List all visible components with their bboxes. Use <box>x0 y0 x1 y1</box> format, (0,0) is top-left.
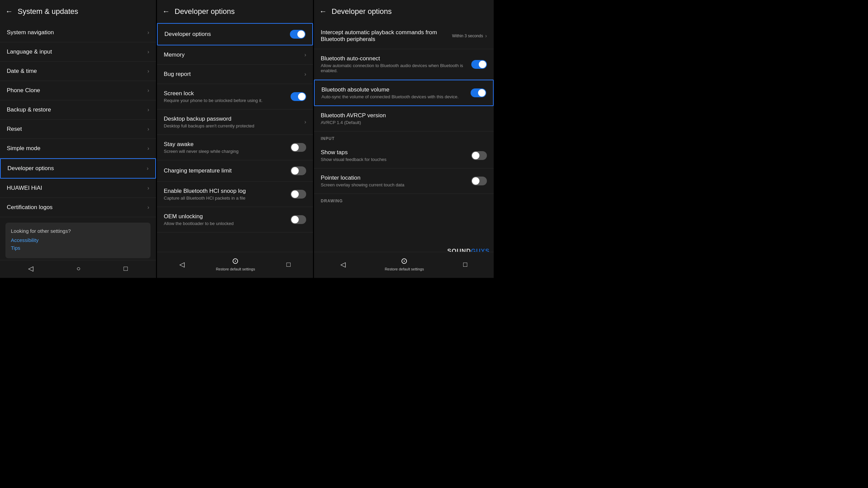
screen-lock-toggle[interactable] <box>291 92 306 101</box>
item-sublabel: Require your phone to be unlocked before… <box>164 98 291 103</box>
middle-item-memory[interactable]: Memory › <box>157 45 313 65</box>
left-title: System & updates <box>18 7 78 16</box>
chevron-icon: › <box>147 29 149 36</box>
right-bottom-nav: ◁ ⊙ Restore default settings □ <box>314 252 494 278</box>
developer-options-toggle[interactable] <box>290 30 305 39</box>
back-nav-button[interactable]: ◁ <box>28 264 33 272</box>
middle-item-desktop-backup[interactable]: Desktop backup password Desktop full bac… <box>157 109 313 135</box>
right-back-button[interactable]: ← <box>319 7 327 16</box>
item-label: Backup & restore <box>7 106 147 113</box>
back-nav-button[interactable]: ◁ <box>340 260 346 268</box>
chevron-icon: › <box>147 68 149 74</box>
tips-link[interactable]: Tips <box>11 245 145 251</box>
item-sublabel: Allow the bootloader to be unlocked <box>164 221 291 226</box>
item-sublabel: Screen overlay showing current touch dat… <box>321 182 471 187</box>
sidebar-item-huawei-hiai[interactable]: HUAWEI HiAI › <box>0 179 156 198</box>
item-label: OEM unlocking <box>164 213 291 220</box>
restore-label: Restore default settings <box>216 267 255 271</box>
item-label: Charging temperature limit <box>164 167 291 174</box>
right-header: ← Developer options <box>314 0 494 23</box>
back-nav-button[interactable]: ◁ <box>179 260 184 268</box>
middle-back-button[interactable]: ← <box>162 7 170 16</box>
item-label: Language & input <box>7 48 147 55</box>
item-label: Bluetooth AVRCP version <box>321 112 487 119</box>
pointer-location-toggle[interactable] <box>471 177 487 185</box>
show-taps-toggle[interactable] <box>471 151 487 160</box>
item-label: Desktop backup password <box>164 116 304 122</box>
item-label: Intercept automatic playback commands fr… <box>321 29 452 43</box>
item-label: Memory <box>164 52 304 58</box>
right-item-bt-absolute-volume[interactable]: Bluetooth absolute volume Auto-sync the … <box>314 80 494 106</box>
restore-default-button[interactable]: ⊙ Restore default settings <box>385 256 424 272</box>
item-label: Enable Bluetooth HCI snoop log <box>164 188 291 195</box>
middle-item-bt-hci[interactable]: Enable Bluetooth HCI snoop log Capture a… <box>157 182 313 207</box>
right-item-show-taps[interactable]: Show taps Show visual feedback for touch… <box>314 143 494 168</box>
restore-icon: ⊙ <box>232 256 239 266</box>
sidebar-item-backup-restore[interactable]: Backup & restore › <box>0 100 156 120</box>
middle-item-stay-awake[interactable]: Stay awake Screen will never sleep while… <box>157 135 313 160</box>
right-item-bt-avrcp[interactable]: Bluetooth AVRCP version AVRCP 1.4 (Defau… <box>314 106 494 131</box>
sidebar-item-phone-clone[interactable]: Phone Clone › <box>0 81 156 100</box>
chevron-icon: › <box>147 185 149 191</box>
stay-awake-toggle[interactable] <box>291 143 306 152</box>
sidebar-item-reset[interactable]: Reset › <box>0 120 156 139</box>
chevron-icon: › <box>304 52 306 58</box>
sidebar-item-certification-logos[interactable]: Certification logos › <box>0 198 156 217</box>
developer-options-toggle-row[interactable]: Developer options <box>157 23 313 45</box>
right-items-list: Intercept automatic playback commands fr… <box>314 23 494 278</box>
left-bottom-nav: ◁ ○ □ <box>0 260 156 278</box>
item-sublabel: Capture all Bluetooth HCI packets in a f… <box>164 196 291 201</box>
dev-options-toggle-label: Developer options <box>164 31 290 38</box>
accessibility-link[interactable]: Accessibility <box>11 237 145 243</box>
item-sublabel: Show visual feedback for touches <box>321 157 471 162</box>
chevron-icon: › <box>147 165 149 171</box>
restore-default-button[interactable]: ⊙ Restore default settings <box>216 256 255 272</box>
looking-box-title: Looking for other settings? <box>11 228 145 234</box>
right-item-bt-auto-connect[interactable]: Bluetooth auto-connect Allow automatic c… <box>314 49 494 80</box>
item-label: Simple mode <box>7 145 147 152</box>
item-label: Bluetooth absolute volume <box>321 86 471 93</box>
item-label: Reset <box>7 126 147 133</box>
bt-absolute-volume-toggle[interactable] <box>471 88 486 97</box>
bt-auto-connect-toggle[interactable] <box>471 60 487 69</box>
middle-item-charging-temp[interactable]: Charging temperature limit <box>157 160 313 182</box>
sidebar-item-language-input[interactable]: Language & input › <box>0 42 156 62</box>
middle-header: ← Developer options <box>157 0 313 23</box>
item-label: Show taps <box>321 149 471 156</box>
sidebar-item-simple-mode[interactable]: Simple mode › <box>0 139 156 158</box>
middle-panel: ← Developer options Developer options Me… <box>157 0 313 278</box>
right-item-pointer-location[interactable]: Pointer location Screen overlay showing … <box>314 168 494 194</box>
left-panel: ← System & updates System navigation › L… <box>0 0 156 278</box>
item-sublabel: Screen will never sleep while charging <box>164 149 291 154</box>
item-sublabel: Auto-sync the volume of connected Blueto… <box>321 94 471 99</box>
item-label: Screen lock <box>164 90 291 97</box>
recents-nav-button[interactable]: □ <box>123 265 127 272</box>
looking-for-box: Looking for other settings? Accessibilit… <box>5 223 151 258</box>
item-sublabel: AVRCP 1.4 (Default) <box>321 120 487 125</box>
chevron-icon: › <box>147 87 149 94</box>
oem-unlocking-toggle[interactable] <box>291 215 306 224</box>
sidebar-item-date-time[interactable]: Date & time › <box>0 62 156 81</box>
chevron-icon: › <box>147 107 149 113</box>
sidebar-item-system-navigation[interactable]: System navigation › <box>0 23 156 42</box>
home-nav-button[interactable]: ○ <box>76 265 80 272</box>
bt-hci-toggle[interactable] <box>291 190 306 199</box>
middle-item-bug-report[interactable]: Bug report › <box>157 65 313 84</box>
middle-item-screen-lock[interactable]: Screen lock Require your phone to be unl… <box>157 84 313 109</box>
item-label: Date & time <box>7 68 147 75</box>
left-back-button[interactable]: ← <box>5 7 13 16</box>
right-title: Developer options <box>332 7 392 16</box>
recents-nav-button[interactable]: □ <box>287 261 291 268</box>
right-panel: ← Developer options Intercept automatic … <box>314 0 494 278</box>
item-value: Within 3 seconds <box>452 34 483 38</box>
middle-items-list: Memory › Bug report › Screen lock Requir… <box>157 45 313 278</box>
chevron-icon: › <box>147 49 149 55</box>
sidebar-item-developer-options[interactable]: Developer options › <box>0 158 156 179</box>
right-item-intercept-playback[interactable]: Intercept automatic playback commands fr… <box>314 23 494 49</box>
charging-temp-toggle[interactable] <box>291 166 306 175</box>
restore-label: Restore default settings <box>385 267 424 271</box>
middle-item-oem-unlocking[interactable]: OEM unlocking Allow the bootloader to be… <box>157 207 313 232</box>
chevron-icon: › <box>147 145 149 151</box>
item-label: Phone Clone <box>7 87 147 94</box>
recents-nav-button[interactable]: □ <box>463 261 467 268</box>
